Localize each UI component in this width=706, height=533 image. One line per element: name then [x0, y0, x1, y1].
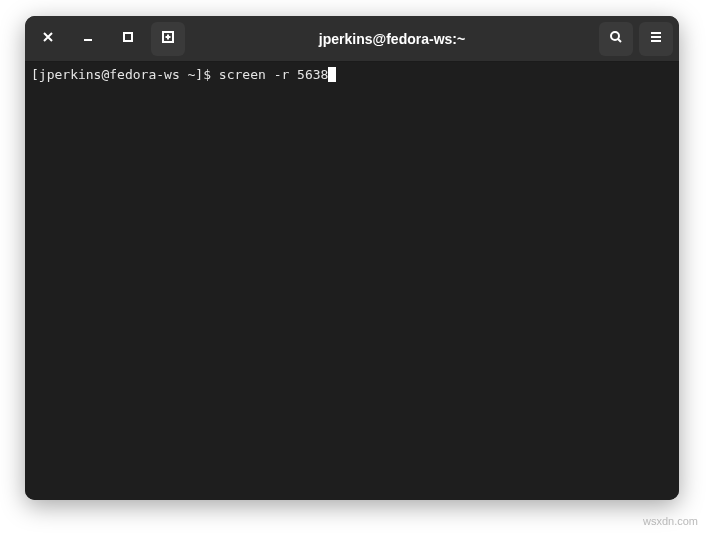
titlebar-left-controls	[31, 22, 185, 56]
shell-prompt: [jperkins@fedora-ws ~]$	[31, 67, 219, 82]
new-tab-icon	[160, 29, 176, 48]
titlebar: jperkins@fedora-ws:~	[25, 16, 679, 62]
close-button[interactable]	[31, 22, 65, 56]
new-tab-button[interactable]	[151, 22, 185, 56]
hamburger-icon	[648, 29, 664, 48]
text-cursor	[328, 67, 336, 82]
shell-command: screen -r 5638	[219, 67, 329, 82]
minimize-icon	[80, 29, 96, 48]
svg-rect-0	[124, 33, 132, 41]
search-button[interactable]	[599, 22, 633, 56]
terminal-window: jperkins@fedora-ws:~ [jperkins@fedora-ws…	[25, 16, 679, 500]
search-icon	[608, 29, 624, 48]
titlebar-right-controls	[599, 22, 673, 56]
window-title: jperkins@fedora-ws:~	[185, 31, 599, 47]
svg-point-2	[611, 32, 619, 40]
close-icon	[40, 29, 56, 48]
maximize-icon	[120, 29, 136, 48]
terminal-body[interactable]: [jperkins@fedora-ws ~]$ screen -r 5638	[25, 62, 679, 500]
minimize-button[interactable]	[71, 22, 105, 56]
watermark-text: wsxdn.com	[643, 515, 698, 527]
maximize-button[interactable]	[111, 22, 145, 56]
menu-button[interactable]	[639, 22, 673, 56]
